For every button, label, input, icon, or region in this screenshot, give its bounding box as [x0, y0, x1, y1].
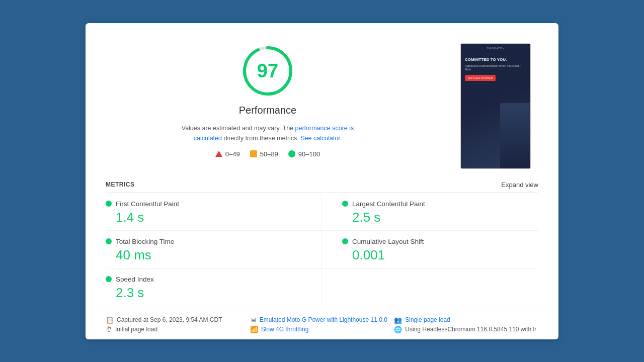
browser-text: Using HeadlessChromium 116.0.5845.110 wi…	[405, 326, 536, 333]
metric-label-tbt: Total Blocking Time	[116, 238, 174, 245]
captured-text: Captured at Sep 6, 2023, 9:54 AM CDT	[117, 316, 222, 323]
legend-item-green: 90–100	[288, 150, 320, 158]
metric-empty	[322, 268, 538, 306]
performance-section: 97 Performance Values are estimated and …	[106, 38, 430, 169]
metrics-title: METRICS	[106, 181, 135, 188]
preview-person-image	[500, 103, 530, 168]
throttling-link[interactable]: Slow 4G throttling	[261, 326, 309, 333]
metric-lcp: Largest Contentful Paint 2.5 s	[322, 193, 538, 231]
preview-hero-title: COMMITTED TO YOU.	[465, 57, 526, 62]
score-value: 97	[257, 60, 278, 81]
emulated-link[interactable]: Emulated Moto G Power with Lighthouse 11…	[260, 316, 387, 323]
score-legend: 0–49 50–89 90–100	[215, 150, 320, 158]
expand-view-button[interactable]: Expand view	[501, 181, 538, 189]
globe-icon: 🌐	[394, 326, 402, 333]
metric-label-cls: Cumulative Layout Shift	[352, 238, 424, 245]
outer-background: 97 Performance Values are estimated and …	[0, 0, 644, 362]
metric-dot-lcp	[342, 201, 348, 207]
footer-emulated: 🖥 Emulated Moto G Power with Lighthouse …	[250, 316, 394, 324]
preview-hero-subtitle: Aggressive Representation When You Need …	[465, 64, 526, 72]
metric-dot-si	[106, 276, 112, 282]
website-preview: 214-368-4713 ≡ COMMITTED TO YOU. Aggress…	[460, 43, 531, 169]
values-note: Values are estimated and may vary. The p…	[172, 123, 363, 143]
metric-value-lcp: 2.5 s	[342, 210, 538, 225]
metric-value-fcp: 1.4 s	[106, 210, 301, 225]
single-page-link[interactable]: Single page load	[405, 316, 450, 323]
footer-captured: 📋 Captured at Sep 6, 2023, 9:54 AM CDT	[106, 316, 250, 324]
legend-item-orange: 50–89	[250, 150, 278, 158]
metric-value-tbt: 40 ms	[106, 247, 301, 263]
metrics-section: METRICS Expand view First Contentful Pai…	[86, 177, 558, 306]
orange-square-icon	[250, 150, 257, 157]
note-plain: Values are estimated and may vary. The	[182, 125, 295, 132]
preview-cta-btn: LET'S GET STARTED	[465, 75, 496, 81]
performance-label: Performance	[239, 105, 297, 116]
timer-icon: ⏱	[106, 326, 112, 333]
score-circle: 97	[240, 43, 295, 99]
metric-tbt: Total Blocking Time 40 ms	[106, 231, 322, 268]
initial-load-text: Initial page load	[115, 326, 157, 333]
monitor-icon: 🖥	[250, 316, 257, 324]
user-icon: 👥	[394, 316, 402, 324]
vertical-divider	[445, 43, 445, 164]
footer-row-2: ⏱ Initial page load 📶 Slow 4G throttling…	[106, 326, 538, 333]
note-mid: directly from these metrics.	[222, 135, 300, 142]
main-card: 97 Performance Values are estimated and …	[86, 23, 558, 339]
metric-label-lcp: Largest Contentful Paint	[352, 200, 425, 208]
metric-value-cls: 0.001	[342, 247, 538, 263]
preview-url: 214-368-4713 ≡	[463, 47, 528, 50]
footer-browser: 🌐 Using HeadlessChromium 116.0.5845.110 …	[394, 326, 538, 333]
metric-dot-cls	[342, 238, 348, 244]
preview-topbar: 214-368-4713 ≡	[461, 44, 530, 53]
metric-label-fcp: First Contentful Paint	[116, 200, 179, 208]
metric-value-si: 2.3 s	[106, 285, 301, 301]
preview-hero: COMMITTED TO YOU. Aggressive Representat…	[461, 53, 530, 168]
metric-cls: Cumulative Layout Shift 0.001	[322, 231, 538, 268]
metric-dot-tbt	[106, 238, 112, 244]
red-triangle-icon	[215, 151, 222, 157]
card-footer: 📋 Captured at Sep 6, 2023, 9:54 AM CDT 🖥…	[86, 310, 558, 339]
legend-range-green: 90–100	[298, 150, 320, 158]
footer-throttling: 📶 Slow 4G throttling	[250, 326, 394, 333]
wifi-icon: 📶	[250, 326, 258, 333]
legend-range-red: 0–49	[225, 150, 240, 158]
metric-dot-fcp	[106, 201, 112, 207]
calendar-icon: 📋	[106, 316, 114, 324]
see-calc-link[interactable]: See calculator.	[300, 135, 342, 142]
metric-label-si: Speed Index	[116, 276, 154, 283]
footer-row-1: 📋 Captured at Sep 6, 2023, 9:54 AM CDT 🖥…	[106, 316, 538, 324]
metric-si: Speed Index 2.3 s	[106, 268, 322, 306]
green-dot-icon	[288, 150, 295, 157]
preview-panel: 214-368-4713 ≡ COMMITTED TO YOU. Aggress…	[460, 38, 538, 169]
metric-fcp: First Contentful Paint 1.4 s	[106, 193, 322, 231]
legend-item-red: 0–49	[215, 150, 240, 158]
metrics-header: METRICS Expand view	[106, 177, 538, 193]
footer-page-load: 👥 Single page load	[394, 316, 538, 324]
legend-range-orange: 50–89	[260, 150, 278, 158]
metrics-grid: First Contentful Paint 1.4 s Largest Con…	[106, 193, 538, 306]
footer-initial-load: ⏱ Initial page load	[106, 326, 250, 333]
